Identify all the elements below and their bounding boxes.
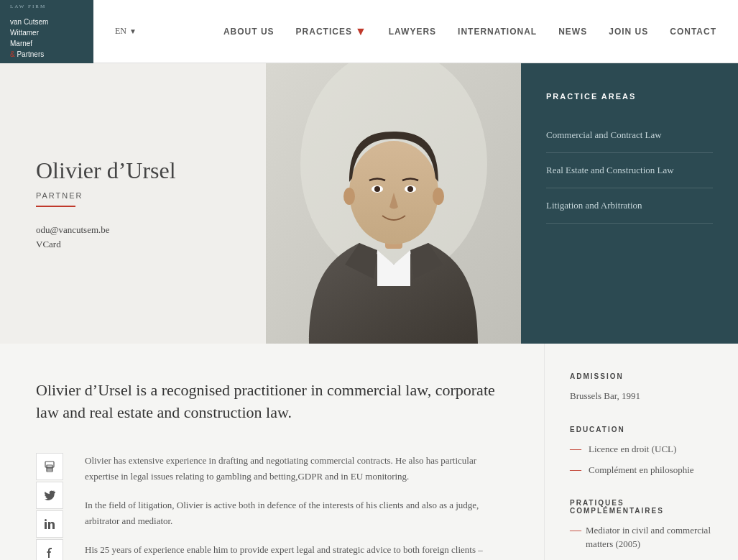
linkedin-icon	[44, 518, 55, 530]
svg-point-20	[45, 519, 47, 521]
complementary-item-1: — Mediator in civil and commercial matte…	[570, 523, 713, 551]
content-left: Olivier d’Ursel is a recognised practiti…	[0, 344, 544, 560]
lawyer-title: PARTNER	[36, 191, 230, 200]
twitter-button[interactable]	[36, 482, 63, 509]
intro-text: Olivier d’Ursel is a recognised practiti…	[36, 380, 508, 424]
practice-areas-heading: PRACTICE AREAS	[546, 92, 713, 101]
dash-icon-1: —	[570, 443, 581, 454]
education-title: EDUCATION	[570, 426, 713, 433]
twitter-icon	[44, 490, 55, 501]
content-sidebar: ADMISSION Brussels Bar, 1991 EDUCATION —…	[544, 344, 738, 560]
lawyer-photo	[266, 63, 521, 344]
main-content: Olivier d’Ursel is a recognised practiti…	[0, 344, 738, 560]
bio-paragraph-2: In the field of litigation, Olivier is a…	[85, 497, 508, 529]
nav-item-practices[interactable]: PRACTICES ▼	[296, 26, 367, 37]
complementary-section: PRATIQUES COMPLÉMENTAIRES — Mediator in …	[570, 499, 713, 560]
svg-rect-16	[47, 465, 52, 468]
dash-icon-2: —	[570, 464, 581, 475]
hero-divider	[36, 206, 75, 207]
svg-point-11	[407, 186, 413, 192]
logo-area: LAW FIRM van CutsemWittamerMarnef& Partn…	[0, 0, 93, 63]
admission-title: ADMISSION	[570, 372, 713, 380]
lawyer-name: Olivier d’Ursel	[36, 157, 230, 184]
vcard-link[interactable]: VCard	[36, 239, 230, 250]
complementary-title: PRATIQUES COMPLÉMENTAIRES	[570, 499, 713, 515]
practices-dropdown-icon: ▼	[355, 26, 367, 37]
social-bar	[36, 453, 63, 560]
law-firm-label: LAW FIRM	[10, 4, 46, 9]
svg-point-13	[433, 188, 444, 205]
site-header: LAW FIRM van CutsemWittamerMarnef& Partn…	[0, 0, 738, 63]
nav-item-about[interactable]: ABOUT US	[223, 27, 275, 37]
practice-item-commercial[interactable]: Commercial and Contract Law	[546, 118, 713, 153]
nav-item-lawyers[interactable]: LAWYERS	[389, 27, 436, 37]
lawyer-email[interactable]: odu@vancutsem.be	[36, 224, 230, 236]
content-body: Olivier has extensive experience in draf…	[36, 453, 508, 560]
bio-paragraph-1: Olivier has extensive experience in draf…	[85, 453, 508, 485]
lang-label: EN	[115, 26, 126, 37]
practice-item-litigation[interactable]: Litigation and Arbitration	[546, 188, 713, 224]
education-item-1-text: Licence en droit (UCL)	[589, 442, 676, 456]
education-item-1: — Licence en droit (UCL)	[570, 442, 713, 456]
admission-value: Brussels Bar, 1991	[570, 389, 713, 404]
linkedin-button[interactable]	[36, 510, 63, 538]
nav-item-contact[interactable]: CONTACT	[670, 27, 716, 37]
dash-icon-3: —	[570, 524, 578, 536]
nav-item-news[interactable]: NEWS	[558, 27, 587, 37]
facebook-icon	[44, 547, 55, 559]
practice-areas-panel: PRACTICE AREAS Commercial and Contract L…	[521, 63, 738, 344]
hero-info-panel: Olivier d’Ursel PARTNER odu@vancutsem.be…	[0, 63, 266, 344]
svg-point-12	[343, 188, 355, 205]
print-icon	[44, 461, 55, 472]
svg-rect-19	[45, 522, 47, 529]
chevron-down-icon: ▼	[129, 27, 137, 35]
svg-point-10	[374, 186, 380, 192]
nav-items: ABOUT US PRACTICES ▼ LAWYERS INTERNATION…	[223, 26, 716, 37]
facebook-button[interactable]	[36, 539, 63, 560]
education-item-2: — Complément en philosophie	[570, 463, 713, 477]
education-section: EDUCATION — Licence en droit (UCL) — Com…	[570, 426, 713, 477]
admission-section: ADMISSION Brussels Bar, 1991	[570, 372, 713, 404]
nav-item-international[interactable]: INTERNATIONAL	[458, 27, 537, 37]
education-item-2-text: Complément en philosophie	[589, 463, 694, 477]
lawyer-photo-svg	[266, 63, 521, 344]
bio-text: Olivier has extensive experience in draf…	[85, 453, 508, 560]
complementary-item-1-text: Mediator in civil and commercial matters…	[586, 523, 713, 551]
hero-section: Olivier d’Ursel PARTNER odu@vancutsem.be…	[0, 63, 738, 344]
practice-item-realestate[interactable]: Real Estate and Construction Law	[546, 153, 713, 188]
main-nav: EN ▼ ABOUT US PRACTICES ▼ LAWYERS INTERN…	[93, 0, 738, 63]
nav-item-join-us[interactable]: JOIN US	[609, 27, 648, 37]
bio-paragraph-3: His 25 years of experience enable him to…	[85, 542, 508, 560]
logo-name: van CutsemWittamerMarnef& Partners	[10, 17, 48, 60]
practices-label: PRACTICES	[296, 27, 352, 37]
language-selector[interactable]: EN ▼	[115, 26, 137, 37]
print-button[interactable]	[36, 453, 63, 480]
